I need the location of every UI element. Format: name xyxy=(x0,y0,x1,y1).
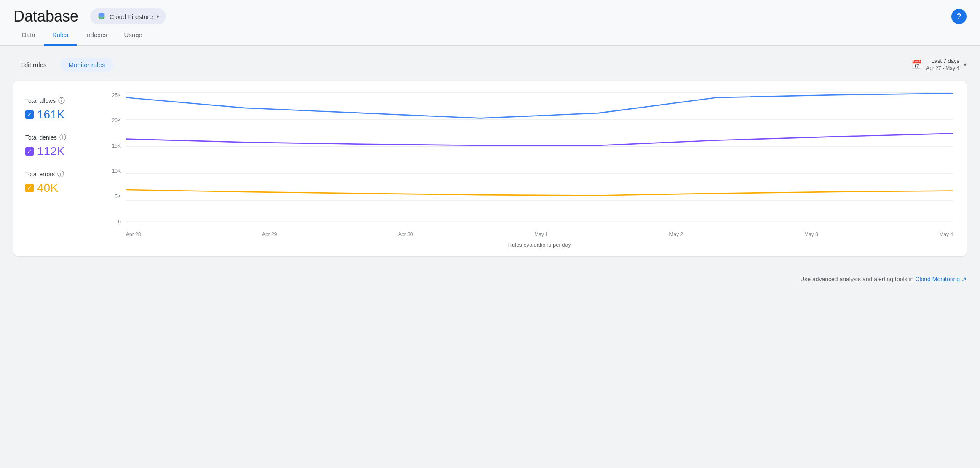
chart-card: Total allows ⓘ ✓ 161K Total denies ⓘ ✓ 1… xyxy=(13,81,967,256)
main-content: Edit rules Monitor rules 📅 Last 7 days A… xyxy=(0,46,980,268)
toolbar: Edit rules Monitor rules 📅 Last 7 days A… xyxy=(13,57,967,72)
cloud-monitoring-link-label: Cloud Monitoring xyxy=(915,276,960,282)
date-range-sub: Apr 27 - May 4 xyxy=(926,65,959,72)
edit-rules-button[interactable]: Edit rules xyxy=(13,58,54,72)
legend-denies: Total denies ⓘ ✓ 112K xyxy=(25,133,99,158)
x-label-may2: May 2 xyxy=(669,231,683,237)
service-name: Cloud Firestore xyxy=(110,13,153,20)
legend-errors: Total errors ⓘ ✓ 40K xyxy=(25,170,99,195)
line-chart xyxy=(126,92,953,227)
y-label-15k: 15K xyxy=(112,143,121,149)
x-axis: Apr 28 Apr 29 Apr 30 May 1 May 2 May 3 M… xyxy=(126,231,953,237)
y-label-20k: 20K xyxy=(112,118,121,124)
service-selector[interactable]: Cloud Firestore ▾ xyxy=(90,8,166,24)
tab-rules[interactable]: Rules xyxy=(44,25,77,46)
footer-note: Use advanced analysis and alerting tools… xyxy=(0,268,980,290)
denies-help-icon: ⓘ xyxy=(59,133,66,142)
denies-label: Total denies xyxy=(25,134,57,141)
y-label-25k: 25K xyxy=(112,92,121,98)
external-link-icon: ↗ xyxy=(961,276,967,282)
y-label-0: 0 xyxy=(118,219,121,225)
calendar-icon: 📅 xyxy=(911,59,922,70)
errors-label: Total errors xyxy=(25,171,55,178)
errors-value: 40K xyxy=(37,181,58,195)
y-label-5k: 5K xyxy=(115,194,121,199)
y-axis: 25K 20K 15K 10K 5K 0 xyxy=(107,92,124,225)
page-title: Database xyxy=(13,8,78,25)
date-range-selector[interactable]: 📅 Last 7 days Apr 27 - May 4 ▾ xyxy=(911,57,967,72)
blue-line xyxy=(126,93,953,118)
x-label-may4: May 4 xyxy=(939,231,953,237)
chevron-down-icon: ▾ xyxy=(156,13,159,20)
errors-help-icon: ⓘ xyxy=(57,170,64,179)
tab-data[interactable]: Data xyxy=(13,25,44,46)
x-label-may1: May 1 xyxy=(534,231,548,237)
allows-help-icon: ⓘ xyxy=(58,97,65,105)
header: Database Cloud Firestore ▾ ? xyxy=(0,0,980,25)
chart-x-label: Rules evaluations per day xyxy=(126,242,953,248)
y-label-10k: 10K xyxy=(112,168,121,174)
allows-value: 161K xyxy=(37,108,64,121)
yellow-line xyxy=(126,190,953,195)
cloud-monitoring-link[interactable]: Cloud Monitoring ↗ xyxy=(915,276,967,282)
denies-value: 112K xyxy=(37,145,64,158)
firestore-icon xyxy=(97,12,106,21)
x-label-apr29: Apr 29 xyxy=(262,231,277,237)
x-label-apr30: Apr 30 xyxy=(398,231,413,237)
tab-usage[interactable]: Usage xyxy=(116,25,151,46)
chart-legend: Total allows ⓘ ✓ 161K Total denies ⓘ ✓ 1… xyxy=(25,92,99,248)
purple-line xyxy=(126,134,953,145)
legend-allows: Total allows ⓘ ✓ 161K xyxy=(25,97,99,121)
chevron-down-icon: ▾ xyxy=(964,61,967,68)
question-mark-icon: ? xyxy=(957,12,961,21)
x-label-apr28: Apr 28 xyxy=(126,231,141,237)
monitor-rules-button[interactable]: Monitor rules xyxy=(60,58,114,72)
allows-checkbox[interactable]: ✓ xyxy=(25,110,34,119)
date-range-label: Last 7 days xyxy=(926,57,959,65)
x-label-may3: May 3 xyxy=(804,231,818,237)
help-button[interactable]: ? xyxy=(951,9,967,24)
allows-label: Total allows xyxy=(25,97,56,104)
chart-svg-wrapper xyxy=(126,92,953,229)
denies-checkbox[interactable]: ✓ xyxy=(25,147,34,156)
tabs-bar: Data Rules Indexes Usage xyxy=(0,25,980,46)
footer-text: Use advanced analysis and alerting tools… xyxy=(800,276,915,282)
tab-indexes[interactable]: Indexes xyxy=(77,25,116,46)
errors-checkbox[interactable]: ✓ xyxy=(25,184,34,192)
chart-area: 25K 20K 15K 10K 5K 0 xyxy=(99,92,953,248)
